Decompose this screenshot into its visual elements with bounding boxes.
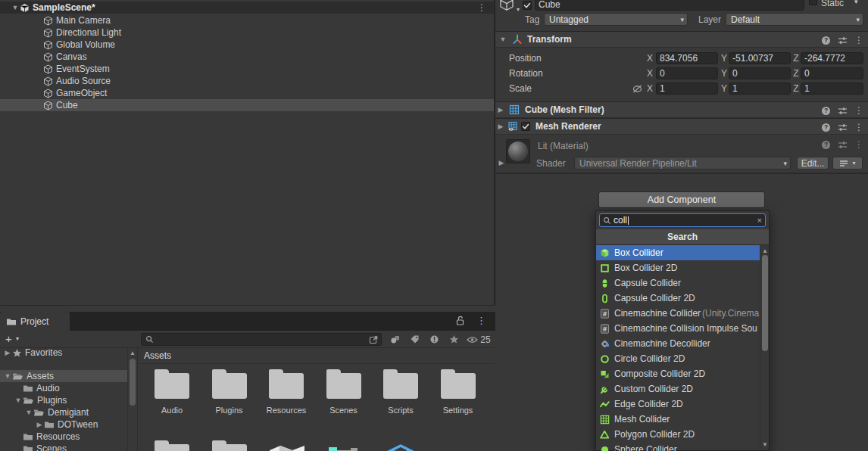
active-checkbox[interactable] [523,1,532,10]
transform-foldout-icon[interactable]: ▼ [498,36,507,43]
presets-icon[interactable] [838,123,848,132]
hierarchy-item-global-volume[interactable]: Global Volume [0,39,494,51]
tree-item-demigiant[interactable]: ▼Demigiant [0,406,127,418]
component-option-cinemachine-collider[interactable]: #Cinemachine Collider(Unity.Cinema [596,306,760,321]
asset-folder-scripts[interactable]: Scripts [376,373,426,415]
field-rotation-x[interactable]: 0 [656,67,718,79]
asset-folder-plugins[interactable]: Plugins [205,373,254,415]
component-option-box-collider[interactable]: Box Collider [596,245,760,260]
component-option-polygon-collider-2d[interactable]: Polygon Collider 2D [596,427,760,442]
tab-project[interactable]: Project [0,312,70,331]
mesh-filter-foldout-icon[interactable]: ▶ [496,106,505,114]
component-option-cinemachine-decollider[interactable]: Cinemachine Decollider [596,336,760,351]
hierarchy-item-cube[interactable]: Cube [0,99,494,111]
help-icon[interactable]: ? [821,106,831,116]
hierarchy-item-audio-source[interactable]: Audio Source [0,75,494,87]
component-menu-icon[interactable]: ⋮ [854,122,863,132]
component-option-composite-collider-2d[interactable]: Composite Collider 2D [596,366,760,381]
layer-dropdown[interactable]: Default▾ [726,13,863,26]
foldout-arrow-icon[interactable]: ▼ [3,372,12,380]
add-component-button[interactable]: Add Component [598,191,765,208]
scroll-down-icon[interactable]: ▼ [760,441,770,448]
tree-item-dotween[interactable]: ▶DOTween [0,418,127,431]
static-checkbox[interactable] [809,0,817,5]
gameobject-cube-icon[interactable] [498,0,515,12]
shader-list-button[interactable]: ▾ [832,157,863,170]
search-in-window-icon[interactable] [369,334,379,344]
asset-item-map-asset[interactable] [261,444,311,451]
asset-folder-audio[interactable]: Audio [147,373,197,415]
asset-folder-settings[interactable]: Settings [433,373,483,415]
tree-scrollbar-thumb[interactable] [130,359,136,406]
popup-scrollbar[interactable]: ▲ ▼ [760,245,769,450]
hierarchy-menu-icon[interactable]: ⋮ [477,2,486,13]
shader-dropdown[interactable]: Universal Render Pipeline/Lit▾ [574,157,791,170]
field-rotation-y[interactable]: 0 [729,67,791,79]
presets-icon[interactable] [838,106,848,116]
presets-icon[interactable] [838,36,848,45]
tag-dropdown[interactable]: Untagged▾ [544,13,688,26]
lock-open-icon[interactable] [455,316,465,326]
material-foldout-icon[interactable]: ▶ [497,159,506,166]
field-scale-z[interactable]: 1 [801,82,863,95]
create-caret-icon[interactable]: ▾ [16,335,19,342]
component-option-capsule-collider-2d[interactable]: Capsule Collider 2D [596,291,760,306]
foldout-arrow-icon[interactable]: ▼ [24,409,33,416]
hierarchy-item-directional-light[interactable]: Directional Light [0,26,494,39]
static-caret-icon[interactable]: ▾ [854,0,858,5]
component-option-sphere-collider[interactable]: Sphere Collider [596,442,760,451]
asset-breadcrumb[interactable]: Assets [138,348,496,364]
asset-item-wire-cube-asset[interactable] [376,444,426,451]
component-search-input[interactable]: coll × [599,213,766,227]
shader-edit-button[interactable]: Edit... [797,157,829,170]
asset-folder-resources[interactable]: Resources [261,373,311,415]
mesh-renderer-header[interactable]: ▶ Mesh Renderer ? ⋮ [495,118,868,135]
foldout-arrow-icon[interactable]: ▼ [14,397,23,404]
field-position-z[interactable]: -264.7772 [801,52,863,64]
tree-item-audio[interactable]: Audio [0,382,127,394]
asset-folder-scenes[interactable]: Scenes [319,373,369,415]
mesh-renderer-enabled-checkbox[interactable] [521,122,530,131]
mesh-renderer-foldout-icon[interactable]: ▶ [496,123,505,130]
tree-scrollbar[interactable]: ▲ [127,348,136,451]
name-field[interactable]: Cube [535,0,804,11]
icon-caret-icon[interactable]: ▾ [517,6,520,13]
field-position-y[interactable]: -51.00737 [729,52,791,64]
tree-item-favorites[interactable]: ▶Favorites [0,347,127,359]
field-rotation-z[interactable]: 0 [801,67,863,79]
link-broken-icon[interactable] [632,84,643,94]
foldout-arrow-icon[interactable]: ▶ [3,349,12,356]
filter-label-button[interactable] [406,332,423,347]
tree-item-resources[interactable]: Resources [0,431,127,443]
filter-type-button[interactable] [386,332,404,347]
field-position-x[interactable]: 834.7056 [656,52,718,64]
material-menu-icon[interactable]: ⋮ [854,139,863,150]
component-option-edge-collider-2d[interactable]: Edge Collider 2D [596,397,760,412]
component-menu-icon[interactable]: ⋮ [854,105,863,116]
field-scale-y[interactable]: 1 [729,82,791,95]
hierarchy-item-main-camera[interactable]: Main Camera [0,14,494,26]
tree-item-plugins[interactable]: ▼Plugins [0,394,127,406]
material-preview[interactable] [506,139,530,163]
tree-item-scenes[interactable]: Scenes [0,443,127,451]
hierarchy-item-canvas[interactable]: Canvas [0,51,494,63]
presets-icon[interactable] [838,140,848,150]
component-option-mesh-collider[interactable]: Mesh Collider [596,412,760,427]
component-option-custom-collider-2d[interactable]: Custom Collider 2D [596,381,760,397]
transform-header[interactable]: ▼ Transform ? ⋮ [495,31,868,48]
component-option-cinemachine-collision-impulse-sou[interactable]: #Cinemachine Collision Impulse Sou [596,321,760,336]
component-menu-icon[interactable]: ⋮ [854,35,863,45]
help-icon[interactable]: ? [821,36,831,45]
hierarchy-item-gameobject[interactable]: GameObject [0,87,494,99]
mesh-filter-header[interactable]: ▶ Cube (Mesh Filter) ? ⋮ [495,101,868,118]
field-scale-x[interactable]: 1 [656,82,718,95]
help-icon[interactable]: ? [821,123,831,132]
project-search-input[interactable] [141,333,382,346]
hierarchy-item-eventsystem[interactable]: EventSystem [0,63,494,75]
component-option-circle-collider-2d[interactable]: Circle Collider 2D [596,351,760,366]
foldout-arrow-icon[interactable]: ▼ [11,4,20,11]
visible-count-button[interactable]: 25 [464,332,493,347]
project-menu-icon[interactable]: ⋮ [476,315,486,326]
asset-item-folder[interactable] [147,444,197,451]
scroll-up-icon[interactable]: ▲ [128,350,137,356]
